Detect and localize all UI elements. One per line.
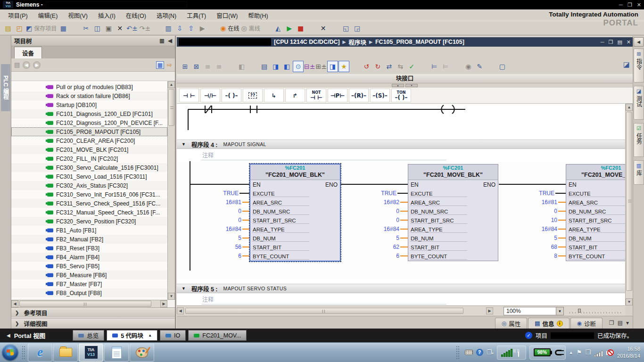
pin-value[interactable]: 16#82 (384, 199, 399, 206)
tree-item[interactable]: FC202_FILL_IN [FC202] (11, 154, 167, 163)
editor-hscrollbar[interactable]: ◀ ▶ 100% ▼ (177, 305, 625, 316)
coil-set-icon[interactable]: –(S)– (370, 89, 390, 102)
details-view-icon[interactable]: ▦ (156, 61, 164, 69)
network-4-comment[interactable]: 注释 (177, 149, 625, 161)
consistency-check-icon[interactable]: ✓ (406, 61, 417, 72)
collapse-operands-icon[interactable]: ⊞± (315, 61, 326, 72)
taskbar-code-blocks-button[interactable]: 5 代码块 ▲ (107, 330, 157, 341)
editor-close-icon[interactable]: ✕ (627, 39, 631, 45)
contact-no-icon[interactable]: ⊣ ⊢ (179, 89, 199, 102)
portal-view-label[interactable]: Portal 视图 (14, 331, 45, 340)
pin-value[interactable]: 8 (554, 253, 557, 259)
chevron-down-icon[interactable]: ▾ (626, 320, 629, 326)
print-icon[interactable]: ▦ (58, 23, 69, 33)
coil-icon[interactable]: –( )– (222, 89, 241, 102)
zoom-select[interactable]: 100% ▼ (504, 307, 564, 315)
pin-value[interactable]: 0 (396, 217, 399, 223)
status-on-icon[interactable]: ⊨ (429, 61, 440, 72)
pin-value[interactable]: 16#84 (226, 226, 241, 232)
taskbar-tia-button[interactable]: TIAV13 (79, 344, 103, 362)
compile-icon[interactable]: ▥ (163, 23, 174, 33)
pin-value[interactable]: 5 (238, 235, 241, 241)
paste-icon[interactable]: ▣ (103, 23, 114, 33)
network-icon[interactable] (594, 348, 603, 357)
close-branch-icon[interactable]: ↱ (285, 89, 305, 102)
pin-value[interactable]: 16#81 (226, 199, 241, 206)
cut-icon[interactable]: ✂ (80, 23, 91, 33)
pin-value[interactable]: 0 (396, 208, 399, 214)
tree-item[interactable]: FC302_Axis_Status [FC302] (11, 181, 167, 190)
forward-icon[interactable]: ▶ (33, 61, 41, 69)
editor-settings-icon[interactable]: ▢ (497, 61, 508, 72)
pin-value[interactable]: 56 (235, 244, 241, 250)
scroll-left-icon[interactable]: ◀ (177, 307, 184, 314)
editor-vscrollbar[interactable]: ▲ ▼ (625, 104, 633, 305)
tree-item[interactable]: FC201_MOVE_BLK [FC201] (11, 145, 167, 154)
taskbar-notepad-button[interactable] (104, 344, 129, 362)
tree-item[interactable]: FB2_Manual [FB2] (11, 235, 167, 244)
insert-network-icon[interactable]: ⊞ (180, 61, 190, 72)
tree-item[interactable]: FC101_Diagnosis_1200_LED [FC101] (11, 109, 167, 118)
sync-icon[interactable]: ⇆ (395, 61, 406, 72)
network-4-header[interactable]: ▼ 程序段 4 : MAPOUT SIGNAL (177, 140, 625, 149)
pin-value[interactable]: TRUE (539, 190, 554, 197)
editor-restore-icon[interactable]: ❐ (609, 39, 613, 45)
zoom-slider[interactable] (570, 309, 621, 313)
go-online-button[interactable]: ◉ 在线 (219, 23, 240, 33)
breadcrumb-item[interactable]: ▶ FC105_PRO8_MAPOUT [FC105] (369, 39, 464, 45)
menu-item[interactable]: 在线(O) (121, 9, 151, 21)
contact-p-icon[interactable]: ⊣P⊢ (328, 89, 347, 102)
collapse-panel-icon[interactable]: ◀ (168, 38, 172, 44)
network-5-header[interactable]: ▼ 程序段 5 : MAPOUT SERVO STATUS (177, 284, 625, 293)
menu-item[interactable]: 工具(T) (182, 9, 211, 21)
separator[interactable] (418, 61, 429, 72)
cross-references-icon[interactable]: ✕ (318, 23, 329, 33)
float-panel-icon[interactable]: ❐ (609, 320, 614, 326)
tree-item[interactable]: FB7_Master [FB7] (11, 280, 167, 288)
separator[interactable] (350, 61, 361, 72)
split-horizontal-icon[interactable]: ◱ (340, 23, 352, 33)
menu-item[interactable]: 帮助(H) (243, 9, 273, 21)
tree-item[interactable]: FC320_Servo_Position [FC320] (11, 217, 167, 226)
pin-value[interactable]: 5 (554, 235, 557, 241)
tab-diagnostics[interactable]: ◉ 诊断 (570, 318, 603, 329)
pin-value[interactable]: 16#81 (542, 199, 557, 206)
absolute-operands-icon[interactable]: ▤ (259, 61, 270, 72)
tree-item[interactable]: FB3_Reset [FB3] (11, 244, 167, 253)
expand-operands-icon[interactable]: ⊟± (304, 61, 315, 72)
tab-testing[interactable]: ◪测试 (634, 86, 644, 120)
contact-nc-icon[interactable]: ⊣/⊢ (200, 89, 220, 102)
network-titles-toggle-icon[interactable]: ◨ (270, 61, 281, 72)
keyboard-icon[interactable] (465, 350, 473, 355)
pin-value[interactable]: 6 (238, 253, 241, 259)
new-folder-icon[interactable]: ▤ (14, 61, 20, 68)
help-icon[interactable]: ? (476, 349, 483, 356)
empty-box-icon[interactable]: ?? (243, 89, 263, 102)
tab-info[interactable]: ▤ 信息 i (528, 318, 569, 329)
undo-icon[interactable]: ↶± (125, 23, 138, 33)
scroll-right-icon[interactable]: ▶ (486, 307, 493, 314)
pin-value[interactable]: 10 (551, 217, 557, 223)
scroll-down-icon[interactable]: ▼ (626, 298, 633, 305)
menu-item[interactable]: 编辑(E) (33, 9, 63, 21)
separator[interactable] (208, 23, 219, 33)
block-interface-splitter[interactable]: 块接口 (177, 74, 633, 83)
new-project-icon[interactable]: ▤ (2, 23, 14, 33)
open-element-icon[interactable]: ⇨ (167, 61, 172, 69)
reset-layout-icon[interactable]: ◧ (236, 61, 247, 72)
back-icon[interactable]: ◀ (23, 61, 30, 69)
battery-group[interactable]: 98% (529, 346, 566, 360)
panel-list-icon[interactable]: ▤ (618, 320, 623, 326)
menu-item[interactable]: 窗口(W) (211, 9, 243, 21)
separator[interactable] (261, 23, 272, 33)
tab-tasks[interactable]: ☑任务 (634, 123, 644, 157)
copy-icon[interactable]: ◫ (91, 23, 103, 33)
open-branch-icon[interactable]: ↳ (264, 89, 284, 102)
collapse-network-icon[interactable]: ▼ (182, 286, 186, 291)
tree-item[interactable]: Rack or station failure [OB86] (11, 91, 167, 100)
pin-value[interactable]: 68 (551, 244, 557, 250)
snapshot-icon[interactable]: ◉ (463, 61, 474, 72)
tree-item[interactable]: Startup [OB100] (11, 100, 167, 109)
pin-value[interactable]: TRUE (381, 190, 396, 197)
tree-item[interactable]: FC312_Manual_Speed_Check_1516 [F... (11, 208, 167, 217)
